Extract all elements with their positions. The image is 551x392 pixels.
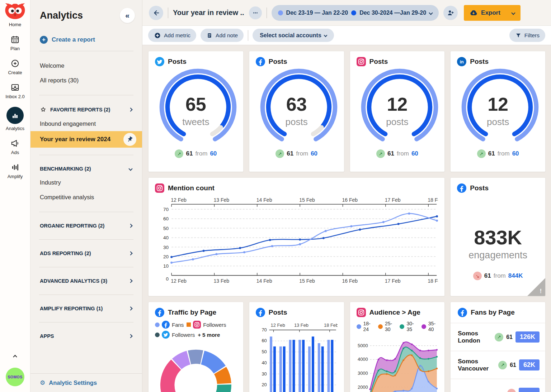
- traffic-by-page-card[interactable]: Traffic by Page Fans Followers Followers…: [148, 302, 244, 392]
- sidebar-item-competitive-analysis[interactable]: Competitive analysis: [30, 190, 142, 205]
- trend-up-icon: ↗: [376, 149, 385, 158]
- active-report-label: Your year in review 2024: [40, 136, 110, 143]
- nav-ads[interactable]: Ads: [10, 139, 20, 155]
- legend-label: 35-40: [428, 321, 438, 332]
- back-button[interactable]: [149, 6, 163, 20]
- from-value[interactable]: 60: [311, 150, 317, 157]
- card-title: Posts: [369, 58, 388, 66]
- instagram-icon: [357, 57, 366, 66]
- nav-analytics[interactable]: Analytics: [6, 107, 24, 131]
- from-value[interactable]: 60: [411, 150, 418, 157]
- collapse-rail-chevron-up-icon[interactable]: [14, 353, 17, 360]
- sidebar-item-all-reports[interactable]: All reports (30): [30, 73, 142, 88]
- instagram-posts-gauge-card[interactable]: Posts 12 posts ↗ 61 from 60: [350, 51, 445, 172]
- facebook-icon: [155, 308, 164, 317]
- sidebar-collapse-button[interactable]: «: [120, 8, 135, 23]
- fans-row[interactable]: Somos Vancouver ↗ 61 62K: [451, 351, 545, 379]
- gauge-unit: posts: [457, 116, 539, 128]
- sidebar-item-welcome[interactable]: Welcome: [30, 58, 142, 73]
- from-value[interactable]: 844K: [508, 272, 523, 279]
- range-dot-dark-icon: [351, 10, 356, 15]
- chevron-down-icon: [128, 167, 132, 171]
- svg-text:12 Feb: 12 Feb: [270, 322, 285, 328]
- delta-value: 61: [186, 150, 193, 157]
- sidebar-scroll[interactable]: Analytics « + Create a report Welcome Al…: [30, 0, 142, 373]
- divider: [39, 295, 133, 295]
- ads-reporting-header[interactable]: ADS REPORTING (2): [30, 247, 142, 260]
- facebook-engagements-card[interactable]: Posts 833K engagements ↘ 61 from 844K !: [450, 177, 546, 296]
- card-title: Mention count: [168, 184, 215, 192]
- twitter-posts-gauge-card[interactable]: Posts 65 tweets ↗ 61 from 60: [148, 51, 244, 172]
- mention-count-card[interactable]: Mention count 10203040506070012 Feb12 Fe…: [148, 177, 445, 296]
- fans-row-partial[interactable]: ↘: [451, 379, 545, 392]
- trend-down-icon: ↘: [507, 389, 516, 392]
- from-value[interactable]: 60: [210, 150, 217, 157]
- facebook-posts-bar-card[interactable]: Posts 20304050607012 Feb13 Feb18 Feb: [249, 302, 344, 392]
- inbox-icon: [10, 83, 20, 92]
- audience-age-card[interactable]: Audience > Age 18-24 25-30 30-35 35-40 2…: [350, 302, 445, 392]
- filters-label: Filters: [524, 32, 540, 39]
- linkedin-posts-gauge-card[interactable]: Posts 12 posts ↗ 61 from 60: [450, 51, 546, 172]
- export-button[interactable]: Export: [464, 5, 521, 21]
- filters-button[interactable]: Filters: [509, 29, 545, 42]
- chevron-down-icon: [511, 11, 515, 15]
- report-canvas[interactable]: Posts 65 tweets ↗ 61 from 60 Posts: [142, 45, 551, 392]
- more-options-button[interactable]: [249, 6, 262, 19]
- delta-value: 61: [506, 334, 513, 340]
- nav-create[interactable]: Create: [8, 59, 22, 75]
- date-range-selector[interactable]: Dec 23-19 — Jan 22-20 Dec 30-2024 —Jan 2…: [272, 5, 439, 21]
- workspace-avatar[interactable]: SOMOS: [6, 368, 24, 386]
- from-value[interactable]: 60: [512, 150, 519, 157]
- share-report-button[interactable]: [443, 6, 458, 20]
- divider: [39, 51, 133, 51]
- advanced-analytics-header[interactable]: ADVANCED ANALYTICS (3): [30, 274, 142, 287]
- report-toolbar: Add metric Add note Select social accoun…: [142, 26, 551, 45]
- benchmarking-header[interactable]: BENCHMARKING (2): [30, 162, 142, 175]
- nav-home[interactable]: Home: [5, 3, 25, 27]
- svg-text:10: 10: [163, 263, 169, 269]
- hootsuite-owl-logo-icon[interactable]: [5, 3, 25, 20]
- legend-more-label[interactable]: + 5 more: [198, 332, 220, 338]
- nav-amplify-label: Amplify: [8, 174, 23, 179]
- resize-corner[interactable]: [527, 278, 546, 296]
- sidebar-item-inbound-engagement[interactable]: Inbound engagement: [30, 116, 142, 131]
- pin-icon[interactable]: [123, 133, 136, 146]
- organic-reporting-header[interactable]: ORGANIC REPORTING (2): [30, 219, 142, 232]
- favorite-reports-header[interactable]: FAVORITE REPORTS (2): [30, 102, 142, 116]
- add-metric-button[interactable]: Add metric: [148, 29, 196, 42]
- divider: [39, 155, 133, 155]
- amplify-reporting-header[interactable]: AMPLIFY REPORTING (1): [30, 302, 142, 315]
- nav-inbox[interactable]: Inbox 2.0: [5, 83, 25, 99]
- analytic-settings-button[interactable]: ⚙ Analytic Settings: [30, 373, 142, 392]
- apps-header[interactable]: APPS: [30, 330, 142, 343]
- legend-dot-icon: [400, 324, 404, 329]
- engagements-unit: engagements: [457, 250, 539, 261]
- svg-text:13 Feb: 13 Feb: [213, 197, 229, 203]
- trend-up-icon: ↗: [276, 149, 284, 158]
- benchmarking-label: BENCHMARKING (2): [40, 166, 91, 172]
- sidebar-item-industry[interactable]: Industry: [30, 175, 142, 190]
- main-area: Your year in review .. Dec 23-19 — Jan 2…: [142, 0, 551, 392]
- divider: [39, 239, 133, 240]
- sidebar-item-year-in-review-active[interactable]: Your year in review 2024: [30, 131, 142, 148]
- card-title: Posts: [269, 58, 287, 66]
- facebook-posts-gauge-card[interactable]: Posts 63 posts ↗ 61 from 60: [249, 51, 344, 172]
- nav-ads-label: Ads: [11, 150, 19, 155]
- nav-plan[interactable]: Plan: [10, 35, 20, 51]
- svg-text:14 Feb: 14 Feb: [256, 278, 272, 284]
- report-title: Your year in review ..: [173, 9, 244, 17]
- nav-amplify[interactable]: Amplify: [8, 163, 23, 179]
- card-title: Audience > Age: [369, 309, 420, 316]
- posts-bar-chart: 20304050607012 Feb13 Feb18 Feb: [256, 322, 338, 392]
- trend-up-icon: ↗: [477, 149, 486, 158]
- fans-by-page-card[interactable]: Fans by Page Somos London ↗ 61 126K Somo…: [450, 302, 546, 392]
- fans-count-badge: 126K: [515, 331, 540, 343]
- facebook-icon: [458, 308, 467, 317]
- legend-label: Fans: [172, 322, 184, 328]
- add-note-button[interactable]: Add note: [201, 29, 244, 42]
- svg-text:18 Feb: 18 Feb: [324, 322, 338, 328]
- create-report-button[interactable]: + Create a report: [30, 36, 142, 44]
- page-name: Somos London: [458, 330, 495, 344]
- select-social-accounts-dropdown[interactable]: Select social accounts: [253, 29, 334, 42]
- fans-row[interactable]: Somos London ↗ 61 126K: [451, 323, 545, 351]
